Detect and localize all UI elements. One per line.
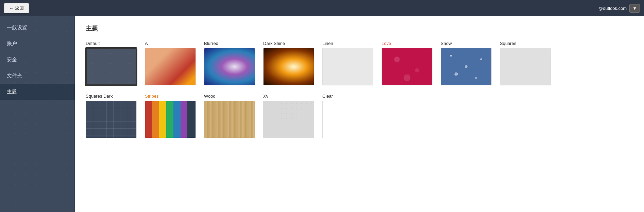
sidebar-item-security[interactable]: 安全 <box>0 52 75 68</box>
sidebar-item-themes[interactable]: 主题 <box>0 84 75 100</box>
theme-preview-default <box>86 48 137 85</box>
theme-item-default[interactable]: Default <box>86 41 137 85</box>
content-area: 主题 Default A Blurred Dark Shine Linen <box>75 16 644 212</box>
theme-label-blurred: Blurred <box>204 41 218 46</box>
page-title: 主题 <box>86 25 633 33</box>
topbar: ← 返回 @outlook.com ▼ <box>0 0 644 16</box>
theme-preview-squares <box>500 48 551 85</box>
theme-item-xv[interactable]: Xv <box>263 94 314 138</box>
theme-item-snow[interactable]: Snow <box>441 41 492 85</box>
theme-item-squares-dark[interactable]: Squares Dark <box>86 94 137 138</box>
theme-preview-snow <box>441 48 492 85</box>
theme-item-dark-shine[interactable]: Dark Shine <box>263 41 314 85</box>
theme-label-wood: Wood <box>204 94 216 99</box>
theme-label-squares: Squares <box>500 41 516 46</box>
theme-preview-xv <box>263 101 314 138</box>
theme-preview-linen <box>322 48 373 85</box>
theme-preview-clear <box>322 101 373 138</box>
theme-preview-blurred <box>204 48 255 85</box>
back-button[interactable]: ← 返回 <box>4 3 29 13</box>
theme-label-default: Default <box>86 41 100 46</box>
user-menu-button[interactable]: ▼ <box>629 4 640 13</box>
theme-label-xv: Xv <box>263 94 268 99</box>
theme-preview-love <box>382 48 433 85</box>
sidebar-item-folders[interactable]: 文件夹 <box>0 68 75 84</box>
sidebar-item-general[interactable]: 一般设置 <box>0 20 75 36</box>
theme-row-2: Squares Dark Stripes Wood Xv Clear <box>86 94 633 138</box>
theme-label-clear: Clear <box>322 94 333 99</box>
theme-item-love[interactable]: Love <box>382 41 433 85</box>
theme-label-stripes: Stripes <box>145 94 158 99</box>
theme-item-blurred[interactable]: Blurred <box>204 41 255 85</box>
theme-preview-dark-shine <box>263 48 314 85</box>
theme-preview-wood <box>204 101 255 138</box>
theme-item-linen[interactable]: Linen <box>322 41 373 85</box>
theme-label-a: A <box>145 41 148 46</box>
user-area: @outlook.com ▼ <box>598 4 640 13</box>
theme-item-squares[interactable]: Squares <box>500 41 551 85</box>
main-layout: 一般设置 账户 安全 文件夹 主题 主题 Default A Blurred D… <box>0 16 644 212</box>
theme-row-1: Default A Blurred Dark Shine Linen Love <box>86 41 633 85</box>
theme-label-love: Love <box>382 41 391 46</box>
theme-item-clear[interactable]: Clear <box>322 94 373 138</box>
theme-preview-stripes <box>145 101 196 138</box>
theme-label-dark-shine: Dark Shine <box>263 41 285 46</box>
theme-label-linen: Linen <box>322 41 333 46</box>
theme-label-squares-dark: Squares Dark <box>86 94 113 99</box>
sidebar-item-account[interactable]: 账户 <box>0 36 75 52</box>
theme-item-stripes[interactable]: Stripes <box>145 94 196 138</box>
theme-preview-squares-dark <box>86 101 137 138</box>
user-email: @outlook.com <box>598 6 627 11</box>
sidebar: 一般设置 账户 安全 文件夹 主题 <box>0 16 75 212</box>
theme-item-a[interactable]: A <box>145 41 196 85</box>
theme-label-snow: Snow <box>441 41 452 46</box>
theme-preview-a <box>145 48 196 85</box>
theme-item-wood[interactable]: Wood <box>204 94 255 138</box>
